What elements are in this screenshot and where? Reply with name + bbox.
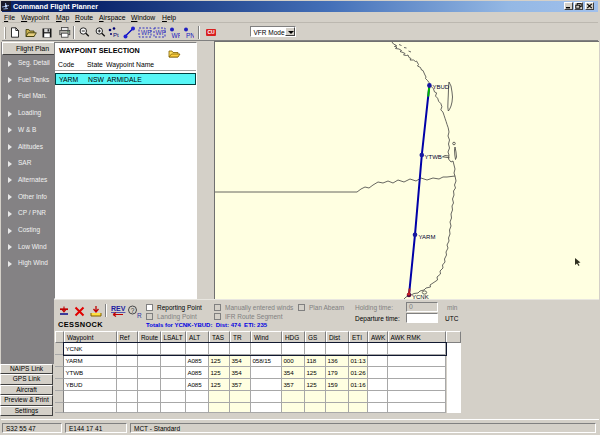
svg-text:YARM: YARM [419,234,436,240]
svg-text:WP: WP [156,29,166,36]
svg-text:WP: WP [141,29,151,36]
svg-text:R: R [137,312,142,319]
svg-text:PN: PN [186,32,194,39]
svg-text:?: ? [131,307,135,314]
svg-text:YTWB: YTWB [425,154,442,160]
svg-text:REV: REV [111,305,126,312]
svg-text:Pt: Pt [113,32,119,38]
svg-text:YBUD: YBUD [433,84,450,90]
svg-text:WP: WP [172,32,181,39]
